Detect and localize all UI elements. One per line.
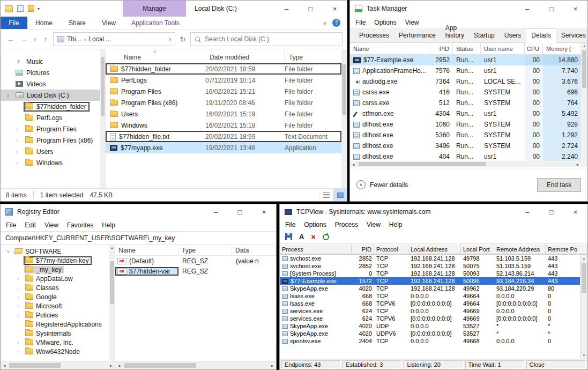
vertical-scrollbar[interactable]: ▲ [581, 43, 587, 167]
font-icon[interactable] [299, 233, 304, 241]
column-header-protocol[interactable]: Protocol [374, 244, 408, 254]
large-icons-view-button[interactable] [333, 189, 347, 201]
expander-icon[interactable]: › [16, 127, 21, 132]
quick-access-properties-icon[interactable] [17, 5, 24, 12]
expander-icon[interactable]: › [17, 304, 19, 309]
process-row[interactable]: ApplicationFrameHo... 7576 Run... usr1 0… [350, 65, 581, 76]
process-row[interactable]: dllhost.exe 3496 Run... SYSTEM 00 2.724 [350, 140, 581, 151]
quick-access-dropdown-icon[interactable]: ▾ [38, 6, 40, 11]
sidebar-item[interactable]: › Windows [1, 157, 105, 168]
expander-icon[interactable]: › [17, 276, 19, 282]
expander-icon[interactable]: ∨ [6, 93, 12, 98]
close-button[interactable]: × [252, 204, 276, 219]
registry-key-item[interactable]: › Microsoft [1, 301, 115, 310]
sidebar-item[interactable]: › Program Files [1, 123, 105, 135]
scrollbar-thumb[interactable] [124, 363, 196, 368]
file-list-scrollbar[interactable] [341, 49, 347, 188]
expander-icon[interactable]: › [17, 349, 19, 354]
connection-row[interactable]: services.exe 624 TCPV6 [0:0:0:0:0:0:0:0]… [280, 315, 580, 322]
column-header-remote-port[interactable]: Remote Po [546, 244, 587, 254]
expander-icon[interactable]: ∨ [6, 249, 10, 254]
menu-view[interactable]: View [362, 221, 385, 228]
column-header-remote-address[interactable]: Remote Address [494, 244, 546, 254]
menu-options[interactable]: Options [300, 221, 330, 228]
scroll-up-icon[interactable]: ▲ [109, 245, 115, 250]
tab-application-tools[interactable]: Application Tools [127, 17, 184, 29]
file-menu-button[interactable]: File [1, 17, 27, 29]
tab-services[interactable]: Services [556, 29, 588, 42]
scroll-right-icon[interactable]: ▶ [107, 361, 115, 369]
scrollbar-thumb[interactable] [359, 162, 486, 166]
registry-key-item[interactable]: › Google [1, 292, 115, 301]
connection-row[interactable]: svchost.exe 2852 TCP 192.168.241.128 500… [280, 262, 580, 270]
tree-scrollbar[interactable]: ▲ [109, 245, 115, 361]
sidebar-item[interactable]: Pictures [1, 67, 105, 78]
tab-view[interactable]: View [94, 17, 124, 29]
details-view-button[interactable] [319, 189, 333, 201]
file-row[interactable]: PerfLogs 07/12/2019 10:14 File folder [106, 75, 341, 86]
column-header-type[interactable]: Type [285, 49, 347, 63]
refresh-icon[interactable] [323, 234, 329, 240]
registry-key-item[interactable]: › Wow6432Node [1, 347, 115, 356]
column-header-status[interactable]: Status [453, 43, 481, 54]
menu-process[interactable]: Process [331, 221, 362, 228]
tab-share[interactable]: Share [61, 17, 94, 29]
connection-row[interactable]: SkypeApp.exe 4020 UDPV6 [0:0:0:0:0:0:0:0… [280, 330, 580, 337]
scroll-up-icon[interactable]: ▲ [580, 255, 587, 262]
menu-file[interactable]: File [281, 221, 300, 228]
menu-view[interactable]: View [40, 221, 63, 229]
column-header-cpu[interactable]: CPU [525, 43, 543, 54]
scroll-down-icon[interactable]: ▼ [580, 352, 587, 359]
registry-key-item[interactable]: RegisteredApplications [1, 320, 115, 329]
expander-icon[interactable]: › [16, 149, 21, 154]
menu-help[interactable]: Help [98, 221, 120, 229]
process-row[interactable]: audiodg.exe 7364 Run... LOCAL SE... 00 3… [350, 76, 581, 87]
tab-users[interactable]: Users [500, 29, 526, 42]
column-header-name[interactable]: Name [115, 245, 178, 255]
sidebar-item[interactable]: › Users [1, 146, 105, 157]
menu-file[interactable]: File [2, 221, 20, 229]
column-header-name[interactable]: ∧ Name [106, 49, 205, 63]
process-row[interactable]: dllhost.exe 5360 Run... SYSTEM 00 1.292 [350, 130, 581, 140]
registry-value-row[interactable]: (Default) REG_SZ (value n [115, 256, 276, 266]
navigation-scrollbar[interactable] [100, 49, 105, 188]
sidebar-item[interactable]: ∨ Local Disk (C:) [1, 90, 105, 101]
maximize-button[interactable]: □ [539, 204, 563, 219]
file-row[interactable]: Windows 16/02/2021 15:18 File folder [106, 120, 341, 131]
registry-key-item[interactable]: › Classes [1, 283, 115, 292]
file-row[interactable]: Program Files (x86) 19/11/2020 08:46 Fil… [106, 97, 341, 108]
tab-details[interactable]: Details [526, 28, 556, 43]
up-button[interactable]: ↑ [40, 33, 51, 46]
connection-row[interactable]: svchost.exe 2852 TCP 192.168.241.128 497… [280, 255, 580, 262]
recent-locations-dropdown-icon[interactable]: ∨ [32, 33, 38, 46]
search-input[interactable] [205, 35, 338, 43]
column-header-pid[interactable]: PID [429, 43, 453, 54]
registry-key-item[interactable]: › Policies [1, 310, 115, 320]
connection-row[interactable]: lsass.exe 668 TCP 0.0.0.0 49664 0.0.0.0 … [280, 292, 580, 300]
back-button[interactable]: ← [5, 33, 17, 46]
registry-key-item[interactable]: Sysinternals [1, 329, 115, 338]
minimize-button[interactable]: – [274, 1, 299, 17]
fewer-details-toggle[interactable]: Fewer details [356, 180, 408, 189]
scroll-right-icon[interactable]: ▶ [575, 161, 581, 167]
manage-contextual-tab[interactable]: Manage [123, 1, 186, 17]
breadcrumb[interactable]: Thi... › Local ... ∨ [53, 32, 175, 46]
process-row[interactable]: dllhost.exe 404 Run... usr1 00 2.240 [350, 151, 581, 161]
minimize-button[interactable]: – [204, 204, 228, 219]
connection-row[interactable]: $77-Example.exe 1572 TCP 192.168.241.128… [280, 277, 580, 285]
registry-key-item[interactable]: _my_key [1, 265, 115, 274]
forward-button[interactable]: → [18, 33, 30, 46]
file-row[interactable]: $77hidden_folder 20/02/2021 18:59 File f… [106, 63, 341, 75]
scroll-left-icon[interactable]: ◀ [1, 361, 8, 369]
connection-row[interactable]: lsass.exe 668 TCPV6 [0:0:0:0:0:0:0:0] 49… [280, 300, 580, 307]
quick-access-new-folder-icon[interactable] [28, 5, 34, 12]
help-button[interactable]: ? [332, 19, 340, 27]
expander-icon[interactable]: › [16, 160, 21, 166]
registry-key-item[interactable]: › AppDataLow [1, 274, 115, 283]
expander-icon[interactable]: › [17, 340, 19, 345]
sidebar-item[interactable]: $77hidden_folder [1, 101, 105, 112]
registry-key-item[interactable]: $77my-hidden-key [1, 256, 115, 265]
file-row[interactable]: Users 16/02/2021 15:19 File folder [106, 108, 341, 120]
registry-key-item[interactable]: ∨ SOFTWARE [1, 247, 115, 256]
connection-row[interactable]: SkypeApp.exe 4020 UDP 0.0.0.0 53527 * * [280, 322, 580, 330]
